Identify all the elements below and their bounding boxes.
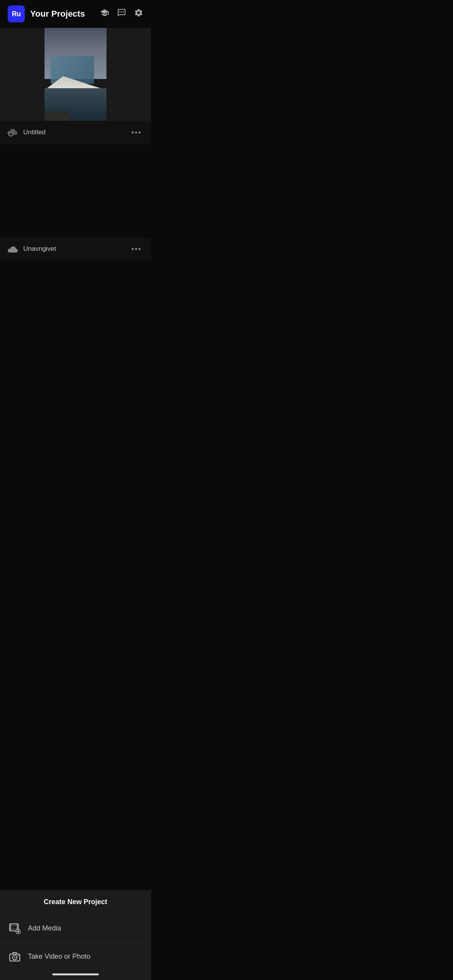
project-icon-2 (6, 243, 19, 255)
project-info-1: Untitled ••• (0, 121, 151, 144)
header-actions (100, 8, 143, 20)
thumbnail-scene (45, 28, 106, 121)
project-info-2: Unavngivet ••• (0, 237, 151, 260)
svg-rect-5 (10, 136, 12, 137)
project-more-btn-2[interactable]: ••• (128, 243, 145, 255)
svg-rect-4 (9, 133, 12, 135)
scene-foreground (45, 111, 69, 121)
svg-rect-2 (123, 11, 124, 12)
project-more-btn-1[interactable]: ••• (128, 127, 145, 139)
project-name-2: Unavngivet (23, 245, 128, 253)
page-title: Your Projects (30, 9, 100, 19)
chat-bubble-icon[interactable] (117, 8, 126, 20)
gear-icon[interactable] (134, 8, 143, 20)
project-card-2[interactable]: Unavngivet ••• (0, 144, 151, 260)
app-header: Ru Your Projects (0, 0, 151, 28)
project-thumbnail-1 (0, 28, 151, 121)
app-logo: Ru (8, 5, 25, 22)
project-thumbnail-2 (0, 144, 151, 237)
project-name-1: Untitled (23, 128, 128, 136)
svg-rect-0 (119, 11, 120, 12)
project-card-1[interactable]: Untitled ••• (0, 28, 151, 144)
project-icon-1 (6, 126, 19, 139)
graduation-cap-icon[interactable] (100, 8, 109, 20)
app-logo-text: Ru (12, 10, 21, 18)
svg-rect-1 (121, 11, 122, 12)
